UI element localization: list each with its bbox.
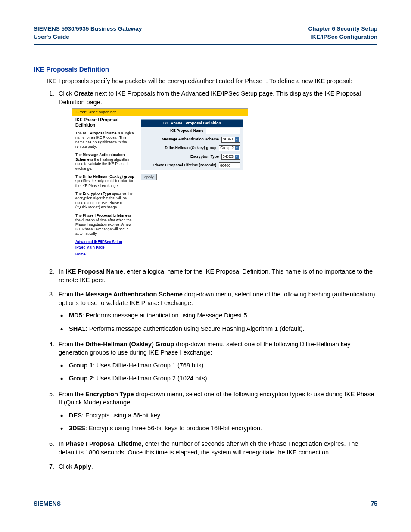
ss-sidebar-title: IKE Phase I Proposal Definition (75, 118, 135, 128)
step-1: Click Create next to IKE Proposals from … (56, 90, 377, 261)
mas-select[interactable]: SHA-1▾ (221, 137, 240, 143)
step3-bullet-sha1: SHA1: Performs message authentication us… (69, 324, 377, 334)
step-2: In IKE Proposal Name, enter a logical na… (56, 268, 377, 284)
step-6: In Phase I Proposal Lifetime, enter the … (56, 440, 377, 457)
chevron-down-icon: ▾ (235, 155, 239, 159)
ss-help-1: The IKE Proposal Name is a logical name … (75, 131, 135, 149)
header-right: Chapter 6 Security Setup IKE/IPSec Confi… (308, 25, 377, 41)
ss-label-dh: Diffie-Hellman (Oakley) group (144, 146, 219, 150)
ss-panel-title: IKE Phase I Proposal Definition (141, 120, 243, 127)
apply-button[interactable]: Apply (141, 174, 157, 180)
ss-panel: IKE Phase I Proposal Definition IKE Prop… (141, 119, 243, 170)
ss-help-2: The Message Authentication Scheme is the… (75, 152, 135, 171)
lifetime-input[interactable] (219, 162, 240, 168)
ss-label-mas: Message Authentication Scheme (144, 137, 221, 142)
page-header: SIEMENS 5930/5935 Business Gateway User'… (34, 25, 377, 45)
ss-link-main[interactable]: IPSec Main Page (75, 245, 135, 250)
step3-bullet-md5: MD5: Performs message authentication usi… (69, 311, 377, 321)
intro-text: IKE I proposals specify how packets will… (47, 77, 377, 86)
step1-post: next to IKE Proposals from the Advanced … (59, 90, 361, 106)
ss-userbar: Current User: superuser (72, 109, 248, 115)
header-product: SIEMENS 5930/5935 Business Gateway (34, 25, 142, 33)
header-guide: User's Guide (34, 33, 142, 41)
ss-label-name: IKE Proposal Name (144, 128, 206, 133)
chevron-down-icon: ▾ (235, 137, 239, 142)
ss-label-enc: Encryption Type (144, 154, 221, 159)
ss-label-life: Phase I Proposal Lifetime (seconds) (144, 163, 219, 168)
ss-main: IKE Phase I Proposal Definition IKE Prop… (138, 116, 248, 185)
ss-sidebar: IKE Phase I Proposal Definition The IKE … (72, 116, 138, 261)
steps-list: Click Create next to IKE Proposals from … (47, 90, 377, 471)
header-section: IKE/IPSec Configuration (308, 33, 377, 41)
ike-proposal-name-input[interactable] (206, 128, 240, 134)
step1-pre: Click (59, 90, 74, 97)
section-heading: IKE Proposals Definition (34, 65, 377, 73)
ss-help-4: The Encryption Type specifies the encryp… (75, 191, 135, 210)
ss-help-3: The Diffie-Hellman (Oakley) group specif… (75, 174, 135, 188)
page-footer: SIEMENS 75 (34, 498, 377, 507)
step1-bold: Create (74, 90, 93, 97)
dh-select[interactable]: Group 2▾ (219, 145, 240, 151)
enc-select[interactable]: 3-DES▾ (221, 154, 240, 160)
step-7: Click Apply. (56, 463, 377, 471)
header-chapter: Chapter 6 Security Setup (308, 25, 377, 33)
step-3: From the Message Authentication Scheme d… (56, 290, 377, 334)
ss-help-5: The Phase I Proposal Lifetime is the dur… (75, 213, 135, 236)
step4-bullet-g2: Group 2: Uses Diffie-Hellman Group 2 (10… (69, 373, 377, 384)
step5-bullet-des: DES: Encrypts using a 56-bit key. (69, 411, 377, 421)
step5-bullet-3des: 3DES: Encrypts using three 56-bit keys t… (69, 423, 377, 434)
ss-link-advanced[interactable]: Advanced IKE/IPSec Setup (75, 240, 135, 244)
embedded-screenshot: Current User: superuser IKE Phase I Prop… (72, 108, 248, 261)
footer-brand: SIEMENS (34, 500, 61, 507)
page-number: 75 (371, 500, 377, 507)
chevron-down-icon: ▾ (235, 146, 239, 150)
step-4: From the Diffie-Hellman (Oakley) Group d… (56, 340, 377, 384)
step4-bullet-g1: Group 1: Uses Diffie-Hellman Group 1 (76… (69, 361, 377, 371)
ss-link-home[interactable]: Home (75, 252, 135, 257)
step-5: From the Encryption Type drop-down menu,… (56, 390, 377, 434)
header-left: SIEMENS 5930/5935 Business Gateway User'… (34, 25, 142, 41)
